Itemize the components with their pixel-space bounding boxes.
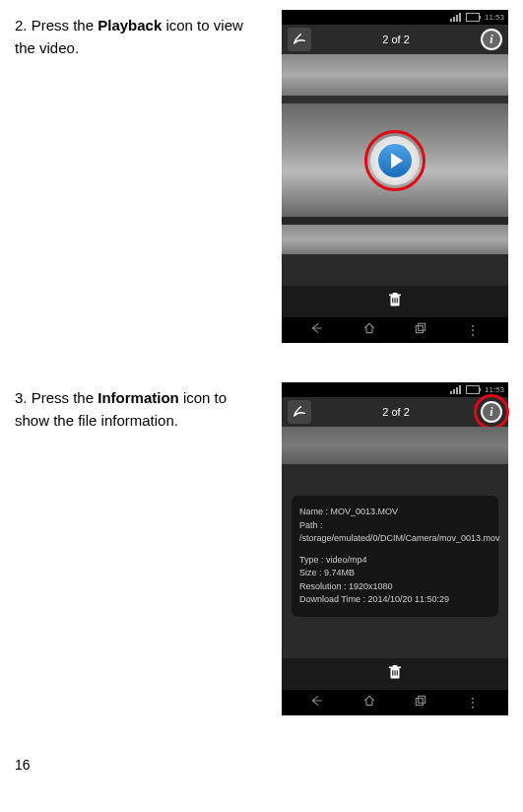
signal-icon (450, 13, 461, 22)
info-icon: i (483, 31, 500, 48)
android-navbar: ⋮ (282, 317, 508, 343)
nav-back[interactable] (310, 693, 324, 713)
back-button[interactable] (288, 400, 311, 424)
back-button[interactable] (288, 28, 311, 51)
screenshot-info: 11:53 2 of 2 i Name : MOV_0013.MOV Path … (282, 382, 508, 715)
delete-button[interactable] (386, 290, 404, 314)
step-2-before: Press the (28, 17, 98, 34)
highlight-circle (474, 394, 509, 430)
svg-rect-2 (417, 698, 424, 705)
battery-icon (466, 385, 480, 394)
nav-menu[interactable]: ⋮ (466, 693, 480, 713)
next-thumbnail[interactable] (282, 225, 508, 254)
step-2-bold: Playback (98, 17, 162, 34)
nav-home[interactable] (362, 320, 376, 341)
gallery-content (282, 54, 508, 286)
delete-button[interactable] (386, 662, 404, 687)
step-2-text: 2. Press the Playback icon to view the v… (15, 10, 262, 343)
app-header: 2 of 2 i (282, 397, 508, 427)
signal-icon (450, 385, 461, 394)
step-3-before: Press the (28, 389, 98, 406)
status-time: 11:53 (485, 12, 504, 24)
screenshot-playback: 11:53 2 of 2 i (282, 10, 508, 343)
svg-rect-1 (419, 323, 425, 330)
info-name: Name : MOV_0013.MOV (299, 506, 490, 519)
gallery-content: Name : MOV_0013.MOV Path : /storage/emul… (282, 427, 508, 658)
info-path: Path : /storage/emulated/0/DCIM/Camera/m… (299, 519, 490, 546)
prev-thumbnail[interactable] (282, 54, 508, 96)
page-number: 16 (15, 755, 508, 776)
header-counter: 2 of 2 (382, 32, 410, 48)
svg-rect-3 (419, 696, 425, 703)
info-type: Type : video/mp4 (299, 554, 490, 568)
bottom-toolbar (282, 286, 508, 317)
info-size: Size : 9.74MB (299, 567, 490, 580)
info-button[interactable]: i (481, 29, 502, 50)
step-3-bold: Information (98, 389, 179, 406)
status-bar: 11:53 (282, 382, 508, 397)
current-thumbnail[interactable] (282, 103, 508, 217)
app-header: 2 of 2 i (282, 25, 508, 54)
step-2-num: 2. (15, 17, 28, 34)
step-3-text: 3. Press the Information icon to show th… (15, 382, 262, 715)
nav-menu[interactable]: ⋮ (466, 320, 480, 341)
status-bar: 11:53 (282, 10, 508, 25)
nav-recent[interactable] (414, 693, 427, 713)
highlight-circle (364, 130, 425, 191)
step-3-num: 3. (15, 389, 28, 406)
info-download-time: Download Time : 2014/10/20 11:50:29 (299, 593, 490, 607)
nav-back[interactable] (310, 320, 324, 341)
nav-recent[interactable] (414, 320, 427, 341)
step-3: 3. Press the Information icon to show th… (15, 382, 508, 715)
info-resolution: Resolution : 1920x1080 (299, 580, 490, 594)
file-info-panel: Name : MOV_0013.MOV Path : /storage/emul… (292, 496, 498, 617)
battery-icon (466, 13, 480, 22)
nav-home[interactable] (362, 693, 376, 713)
step-2: 2. Press the Playback icon to view the v… (15, 10, 508, 343)
header-counter: 2 of 2 (382, 404, 410, 421)
bottom-toolbar (282, 658, 508, 690)
svg-rect-0 (417, 325, 424, 332)
android-navbar: ⋮ (282, 690, 508, 715)
prev-thumbnail[interactable] (282, 427, 508, 464)
playback-button[interactable] (370, 136, 420, 185)
